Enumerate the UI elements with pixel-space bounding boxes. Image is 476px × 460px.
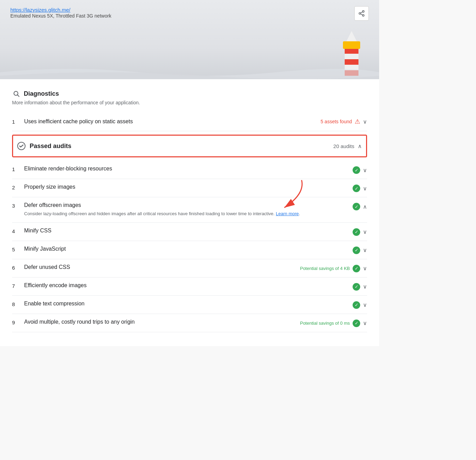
header-subtitle: Emulated Nexus 5X, Throttled Fast 3G net…	[10, 13, 111, 19]
chevron-icon-7: ∨	[363, 283, 367, 290]
passed-item-2[interactable]: 2 Properly size images ✓ ∨	[12, 179, 367, 197]
diagnostic-meta-1: 5 assets found ⚠ ∨	[321, 118, 367, 125]
svg-line-3	[361, 14, 363, 15]
green-check-icon-4: ✓	[353, 228, 360, 236]
chevron-icon-3: ∧	[363, 203, 367, 210]
chevron-icon-1: ∨	[363, 167, 367, 174]
savings-text-6: Potential savings of 4 KB	[300, 266, 350, 271]
passed-content-7: Efficiently encode images	[24, 282, 353, 289]
passed-desc-3: Consider lazy-loading offscreen and hidd…	[24, 210, 353, 218]
passed-audits-title: Passed audits	[30, 143, 333, 150]
green-check-icon-6: ✓	[353, 265, 360, 272]
chevron-icon-9: ∨	[363, 320, 367, 326]
passed-label-3: Defer offscreen images	[24, 202, 81, 208]
svg-rect-6	[345, 48, 358, 54]
passed-label-1: Eliminate render-blocking resources	[24, 166, 112, 171]
passed-meta-1: ✓ ∨	[353, 166, 367, 174]
savings-text-9: Potential savings of 0 ms	[300, 321, 350, 326]
diagnostics-search-icon	[12, 90, 20, 98]
passed-num-1: 1	[12, 166, 24, 172]
header: https://lazysizes.glitch.me/ Emulated Ne…	[0, 0, 379, 79]
chevron-up-icon: ∧	[358, 143, 362, 149]
passed-label-2: Properly size images	[24, 184, 75, 190]
green-check-icon-3: ✓	[353, 203, 360, 210]
svg-line-4	[361, 12, 363, 13]
share-button[interactable]	[354, 6, 369, 21]
passed-audits-count: 20 audits	[333, 143, 354, 149]
passed-meta-7: ✓ ∨	[353, 282, 367, 291]
passed-num-8: 8	[12, 301, 24, 307]
passed-item-4[interactable]: 4 Minify CSS ✓ ∨	[12, 223, 367, 241]
passed-num-9: 9	[12, 319, 24, 325]
passed-content-2: Properly size images	[24, 184, 353, 190]
passed-label-4: Minify CSS	[24, 228, 51, 233]
passed-item-5[interactable]: 5 Minify JavaScript ✓ ∨	[12, 241, 367, 259]
passed-meta-2: ✓ ∨	[353, 184, 367, 192]
passed-content-6: Defer unused CSS	[24, 264, 300, 270]
diagnostics-title: Diagnostics	[24, 90, 59, 97]
main-content: Diagnostics More information about the p…	[0, 79, 379, 346]
header-url[interactable]: https://lazysizes.glitch.me/	[10, 7, 369, 13]
warning-icon: ⚠	[355, 118, 360, 125]
passed-num-7: 7	[12, 282, 24, 289]
passed-label-6: Defer unused CSS	[24, 264, 70, 270]
passed-num-5: 5	[12, 246, 24, 252]
chevron-icon-5: ∨	[363, 247, 367, 253]
chevron-icon-8: ∨	[363, 302, 367, 308]
passed-meta-6: Potential savings of 4 KB ✓ ∨	[300, 264, 367, 272]
chevron-icon-4: ∨	[363, 229, 367, 235]
svg-line-13	[18, 95, 19, 97]
svg-marker-10	[346, 31, 357, 41]
green-check-icon-7: ✓	[353, 283, 360, 291]
search-icon	[13, 90, 20, 97]
green-check-icon-1: ✓	[353, 166, 360, 174]
passed-item-8[interactable]: 8 Enable text compression ✓ ∨	[12, 296, 367, 314]
chevron-down-icon-1: ∨	[363, 118, 367, 125]
passed-meta-4: ✓ ∨	[353, 228, 367, 236]
green-check-icon-5: ✓	[353, 247, 360, 254]
svg-rect-9	[343, 41, 360, 49]
wave-decoration	[0, 62, 379, 79]
passed-num-4: 4	[12, 228, 24, 234]
green-check-icon-8: ✓	[353, 301, 360, 309]
learn-more-link-3[interactable]: Learn more	[276, 211, 298, 216]
passed-content-9: Avoid multiple, costly round trips to an…	[24, 319, 300, 325]
passed-content-8: Enable text compression	[24, 301, 353, 307]
passed-meta-8: ✓ ∨	[353, 301, 367, 309]
chevron-icon-2: ∨	[363, 185, 367, 192]
passed-item-3[interactable]: 3 Defer offscreen images Consider lazy-l…	[12, 197, 367, 223]
diagnostic-num-1: 1	[12, 119, 24, 125]
passed-meta-3: ✓ ∧	[353, 202, 367, 210]
passed-num-2: 2	[12, 184, 24, 190]
passed-content-4: Minify CSS	[24, 228, 353, 234]
passed-item-7[interactable]: 7 Efficiently encode images ✓ ∨	[12, 278, 367, 296]
diagnostic-item-1[interactable]: 1 Uses inefficient cache policy on stati…	[12, 112, 367, 131]
green-check-icon-2: ✓	[353, 185, 360, 192]
passed-label-7: Efficiently encode images	[24, 282, 87, 288]
passed-content-3: Defer offscreen images Consider lazy-loa…	[24, 202, 353, 218]
diagnostics-header: Diagnostics	[12, 90, 367, 98]
assets-found-text: 5 assets found	[321, 119, 352, 124]
chevron-icon-6: ∨	[363, 265, 367, 272]
passed-label-9: Avoid multiple, costly round trips to an…	[24, 319, 135, 325]
diagnostic-label-1: Uses inefficient cache policy on static …	[24, 118, 321, 125]
passed-num-3: 3	[12, 202, 24, 209]
passed-content-1: Eliminate render-blocking resources	[24, 166, 353, 172]
diagnostics-section: Diagnostics More information about the p…	[12, 90, 367, 131]
share-icon	[358, 10, 365, 17]
check-icon	[17, 142, 26, 150]
passed-num-6: 6	[12, 264, 24, 271]
diagnostics-description: More information about the performance o…	[12, 100, 367, 105]
passed-meta-9: Potential savings of 0 ms ✓ ∨	[300, 319, 367, 327]
green-check-icon-9: ✓	[353, 320, 360, 327]
passed-audits-header[interactable]: Passed audits 20 audits ∧	[12, 135, 367, 157]
passed-meta-5: ✓ ∨	[353, 246, 367, 254]
passed-item-1[interactable]: 1 Eliminate render-blocking resources ✓ …	[12, 161, 367, 179]
passed-item-6[interactable]: 6 Defer unused CSS Potential savings of …	[12, 259, 367, 278]
passed-label-5: Minify JavaScript	[24, 246, 66, 252]
passed-audits-section: Passed audits 20 audits ∧ 1 Eliminate re…	[12, 135, 367, 332]
passed-label-8: Enable text compression	[24, 301, 84, 306]
passed-item-9[interactable]: 9 Avoid multiple, costly round trips to …	[12, 314, 367, 332]
passed-content-5: Minify JavaScript	[24, 246, 353, 252]
